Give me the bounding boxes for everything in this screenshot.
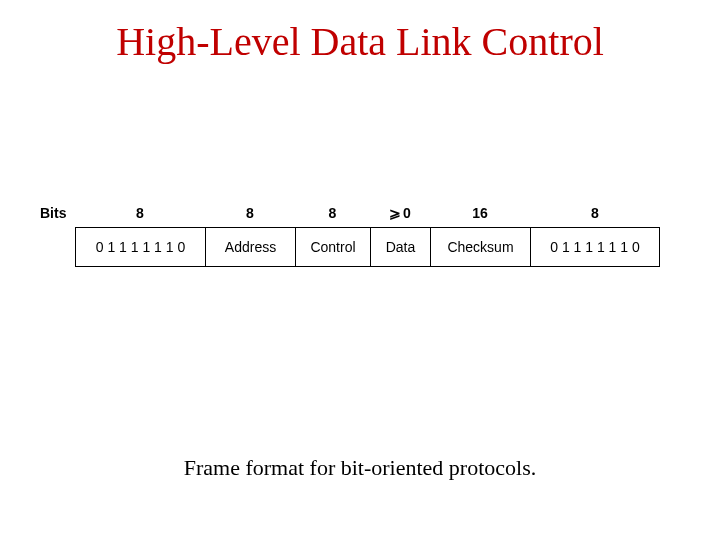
frame-cell-4: Checksum <box>430 227 530 267</box>
bits-header-5: 8 <box>530 205 660 221</box>
bits-header-2: 8 <box>295 205 370 221</box>
frame-row: 0 1 1 1 1 1 1 0AddressControlDataChecksu… <box>75 227 680 267</box>
frame-cell-2: Control <box>295 227 370 267</box>
frame-cell-1: Address <box>205 227 295 267</box>
bits-header-1: 8 <box>205 205 295 221</box>
bits-header-0: 8 <box>75 205 205 221</box>
frame-diagram: Bits 888⩾0168 0 1 1 1 1 1 1 0AddressCont… <box>40 205 680 267</box>
bits-header-3: ⩾0 <box>370 205 430 221</box>
frame-cell-5: 0 1 1 1 1 1 1 0 <box>530 227 660 267</box>
frame-cell-0: 0 1 1 1 1 1 1 0 <box>75 227 205 267</box>
ge-icon: ⩾ <box>389 206 401 220</box>
bits-value-3: 0 <box>403 205 411 221</box>
slide: High-Level Data Link Control Bits 888⩾01… <box>0 0 720 540</box>
slide-title: High-Level Data Link Control <box>0 18 720 65</box>
bits-header-4: 16 <box>430 205 530 221</box>
slide-caption: Frame format for bit-oriented protocols. <box>0 455 720 481</box>
bits-label: Bits <box>40 205 75 221</box>
frame-cell-3: Data <box>370 227 430 267</box>
bits-header-row: Bits 888⩾0168 <box>40 205 680 221</box>
